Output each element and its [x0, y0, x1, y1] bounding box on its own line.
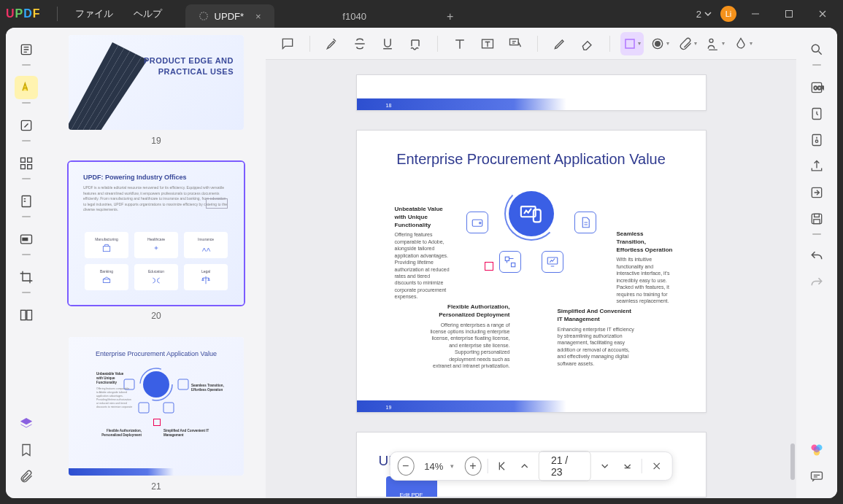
tab-label: UPDF*: [215, 11, 244, 22]
workspace: PRODUCT EDGE AND PRACTICAL USES 19 UPDF:…: [6, 28, 837, 498]
undo-button[interactable]: [805, 245, 828, 268]
redo-button[interactable]: [805, 271, 828, 295]
svg-rect-5: [28, 158, 32, 163]
reader-mode-button[interactable]: [15, 38, 38, 61]
thumb21-title: Enterprise Procurement Application Value: [69, 337, 244, 357]
next-page-button[interactable]: [596, 457, 613, 476]
comment-tool-button[interactable]: [276, 32, 299, 55]
annotation-toolbar: ▾ ▾ ▾ ▾ ▾: [266, 28, 796, 60]
svg-rect-8: [22, 196, 31, 207]
thumbnail-21[interactable]: Enterprise Procurement Application Value…: [69, 337, 244, 476]
titlebar: UPDF ファイル ヘルプ UPDF* × f1040 + 2 Li: [0, 0, 843, 28]
callout-tool-button[interactable]: [504, 32, 527, 55]
thumb-title-1: PRODUCT EDGE AND: [144, 55, 234, 66]
svg-point-60: [815, 140, 817, 142]
zoom-out-button[interactable]: −: [397, 457, 414, 476]
last-page-button[interactable]: [619, 457, 636, 476]
page-indicator[interactable]: 21 / 23: [539, 451, 591, 481]
organize-tool-button[interactable]: [15, 152, 38, 175]
wallet-icon: [466, 212, 488, 233]
highlighter-tool-button[interactable]: [320, 32, 344, 55]
squiggly-tool-button[interactable]: [404, 32, 427, 55]
svg-rect-10: [23, 238, 28, 240]
export-button[interactable]: [805, 181, 828, 204]
rectangle-tool-button[interactable]: ▾: [620, 32, 644, 55]
close-bar-button[interactable]: [648, 457, 665, 476]
svg-text:Seamless Transition,: Seamless Transition,: [191, 384, 224, 387]
zoom-select[interactable]: 14% ▾: [420, 461, 458, 472]
compare-tool-button[interactable]: [15, 303, 38, 327]
ai-button[interactable]: [805, 438, 828, 462]
thumbnail-19[interactable]: PRODUCT EDGE AND PRACTICAL USES: [69, 35, 244, 130]
thumbnail-panel[interactable]: PRODUCT EDGE AND PRACTICAL USES 19 UPDF:…: [47, 28, 266, 498]
window-maximize-button[interactable]: [774, 3, 804, 25]
menu-help[interactable]: ヘルプ: [134, 7, 162, 20]
transfer-icon: [499, 251, 521, 273]
svg-rect-19: [103, 247, 109, 252]
monitor-icon: [542, 251, 563, 273]
underline-tool-button[interactable]: [376, 32, 399, 55]
thumb20-grid: Manufacturing Healthcare Insurance Banki…: [85, 232, 228, 290]
redact-tool-button[interactable]: [15, 228, 38, 251]
svg-point-47: [709, 39, 713, 42]
titlebar-right: 2 Li: [696, 3, 837, 25]
tab-updf[interactable]: UPDF* ×: [185, 4, 274, 28]
svg-rect-63: [815, 214, 820, 217]
building-graphic: [69, 35, 163, 130]
window-minimize-button[interactable]: [741, 3, 770, 25]
ocr-button[interactable]: OCR: [805, 76, 828, 99]
stamp-tool-button[interactable]: ▾: [648, 32, 671, 55]
attachment-button[interactable]: [15, 465, 38, 488]
layers-button[interactable]: [15, 412, 38, 435]
crop-tool-button[interactable]: [15, 265, 38, 289]
strikethrough-tool-button[interactable]: [348, 32, 372, 55]
scrollbar-thumb[interactable]: [790, 443, 795, 480]
tab-f1040[interactable]: f1040: [274, 4, 435, 28]
svg-rect-4: [21, 158, 26, 163]
eraser-tool-button[interactable]: [576, 32, 599, 55]
page-view[interactable]: 18 Enterprise Procurement Application Va…: [266, 60, 796, 498]
save-button[interactable]: [805, 207, 828, 230]
svg-rect-7: [28, 165, 32, 169]
first-page-button[interactable]: [493, 457, 510, 476]
pencil-tool-button[interactable]: [548, 32, 571, 55]
prev-page-button[interactable]: [516, 457, 533, 476]
svg-point-46: [655, 41, 661, 46]
notification-badge[interactable]: 2: [696, 9, 712, 20]
thumbnail-20[interactable]: UPDF: Powering Industry Offices UPDF is …: [69, 162, 244, 305]
share-button[interactable]: [805, 155, 828, 178]
text-tool-button[interactable]: [448, 32, 471, 55]
zoom-in-button[interactable]: +: [464, 457, 481, 476]
chat-button[interactable]: [805, 465, 828, 488]
avatar[interactable]: Li: [720, 6, 736, 22]
tab-close-button[interactable]: ×: [255, 11, 261, 22]
svg-rect-1: [786, 11, 793, 18]
add-tab-button[interactable]: +: [439, 6, 461, 28]
signature-tool-button[interactable]: ▾: [704, 32, 727, 55]
thumb-number: 20: [69, 311, 244, 321]
tab-strip: UPDF* × f1040 +: [185, 0, 461, 28]
protect-button[interactable]: [805, 102, 828, 125]
bookmark-button[interactable]: [15, 438, 38, 462]
menu-file[interactable]: ファイル: [75, 7, 113, 20]
separator: [57, 7, 58, 21]
search-button[interactable]: [805, 38, 828, 61]
svg-rect-53: [511, 263, 515, 267]
svg-text:Offering features comparable: Offering features comparable: [96, 387, 129, 390]
main-area: ▾ ▾ ▾ ▾ ▾ 18 Enterprise Procurement Appl…: [266, 28, 796, 498]
attach-tool-button[interactable]: ▾: [676, 32, 699, 55]
center-graphic: [509, 191, 554, 236]
svg-text:Unbeatable Value: Unbeatable Value: [96, 372, 124, 376]
ink-tool-button[interactable]: ▾: [731, 32, 755, 55]
flatten-button[interactable]: [805, 128, 828, 152]
form-tool-button[interactable]: [15, 190, 38, 213]
edit-tool-button[interactable]: [15, 114, 38, 137]
svg-rect-25: [139, 403, 149, 413]
textbox-tool-button[interactable]: [476, 32, 499, 55]
svg-rect-49: [533, 209, 540, 222]
window-close-button[interactable]: [808, 3, 837, 25]
highlight-tool-button[interactable]: [15, 76, 38, 99]
svg-text:Personalized Deployment: Personalized Deployment: [101, 433, 142, 437]
thumb-number: 19: [69, 136, 244, 146]
svg-text:Functionality: Functionality: [96, 381, 117, 384]
